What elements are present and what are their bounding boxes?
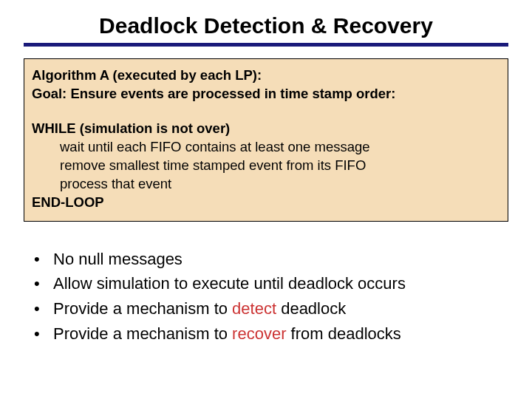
list-item: • No null messages [34, 248, 511, 270]
algo-line-1: wait until each FIFO contains at least o… [32, 138, 500, 157]
list-item: • Provide a mechanism to recover from de… [34, 323, 511, 345]
algo-while: WHILE (simulation is not over) [32, 120, 500, 138]
algo-line-2: remove smallest time stamped event from … [32, 157, 500, 175]
bullet-dot-icon: • [34, 273, 53, 295]
algo-line-3: process that event [32, 175, 500, 194]
b4-highlight: recover [232, 324, 286, 343]
algo-header-1: Algorithm A (executed by each LP): [32, 66, 500, 85]
algo-end: END-LOOP [32, 194, 500, 212]
algo-header-2: Goal: Ensure events are processed in tim… [32, 85, 500, 103]
bullet-text-3: Provide a mechanism to detect deadlock [53, 298, 346, 320]
list-item: • Provide a mechanism to detect deadlock [34, 298, 511, 320]
bullet-text-4: Provide a mechanism to recover from dead… [53, 323, 401, 345]
bullet-list: • No null messages • Allow simulation to… [21, 248, 511, 345]
slide-title: Deadlock Detection & Recovery [21, 7, 511, 43]
b3-highlight: detect [232, 299, 276, 318]
b4-pre: Provide a mechanism to [53, 324, 232, 343]
bullet-dot-icon: • [34, 299, 53, 320]
title-underline [24, 43, 508, 47]
b3-post: deadlock [276, 299, 346, 318]
list-item: • Allow simulation to execute until dead… [34, 273, 511, 295]
bullet-text-1: No null messages [53, 248, 183, 270]
bullet-dot-icon: • [34, 324, 53, 345]
algorithm-box: Algorithm A (executed by each LP): Goal:… [24, 58, 508, 222]
b3-pre: Provide a mechanism to [53, 299, 232, 318]
bullet-text-2: Allow simulation to execute until deadlo… [53, 273, 406, 295]
b4-post: from deadlocks [286, 324, 400, 343]
bullet-dot-icon: • [34, 249, 53, 270]
slide: Deadlock Detection & Recovery Algorithm … [0, 0, 532, 399]
algo-spacer [32, 103, 500, 120]
